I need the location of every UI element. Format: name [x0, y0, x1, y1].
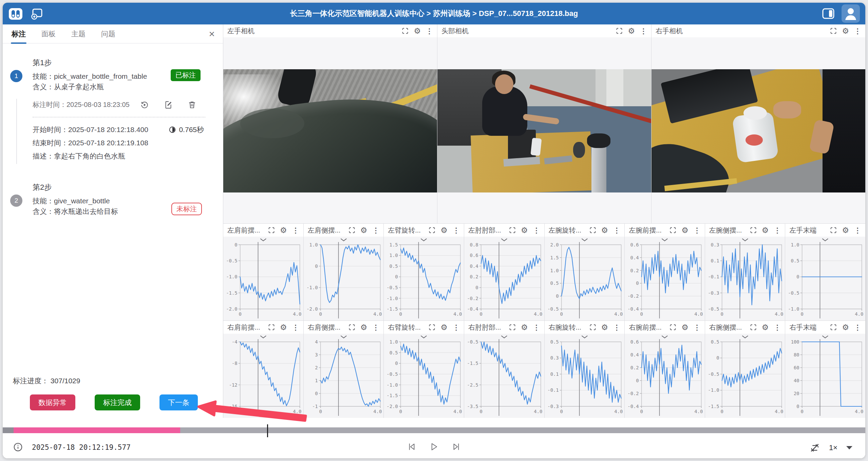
timeline-playhead[interactable]	[267, 424, 268, 437]
settings-icon[interactable]: ⚙	[414, 27, 421, 35]
settings-icon[interactable]: ⚙	[681, 324, 688, 331]
settings-icon[interactable]: ⚙	[280, 226, 287, 234]
settings-icon[interactable]: ⚙	[280, 324, 287, 331]
app-logo-icon[interactable]	[8, 7, 23, 20]
fullscreen-icon[interactable]	[402, 27, 409, 34]
panel-menu-icon[interactable]: ⋮	[854, 324, 861, 331]
chart-plot[interactable]: 2.01.51.00.50-0.504.0	[545, 237, 625, 320]
chart-plot[interactable]: 0.50.30.1-0.1-0.304.0	[545, 334, 625, 418]
tab-annotation[interactable]: 标注	[12, 29, 26, 39]
info-icon[interactable]	[13, 442, 23, 452]
chart-plot[interactable]: 43210-104.0	[304, 334, 384, 418]
fullscreen-icon[interactable]	[669, 227, 676, 234]
fullscreen-icon[interactable]	[509, 227, 516, 234]
chart-plot[interactable]: -4-8-12-1604.0	[223, 334, 303, 418]
fullscreen-icon[interactable]	[750, 324, 757, 331]
tab-issues[interactable]: 问题	[101, 29, 115, 39]
fullscreen-icon[interactable]	[429, 227, 435, 234]
panel-menu-icon[interactable]: ⋮	[774, 227, 781, 234]
settings-icon[interactable]: ⚙	[440, 324, 448, 331]
chart-plot[interactable]: 0-0.5-1.0-1.5-2.004.0	[223, 237, 303, 320]
settings-icon[interactable]: ⚙	[842, 226, 849, 234]
fullscreen-icon[interactable]	[268, 227, 275, 234]
chart-plot[interactable]: 0.60.40.20-0.2-0.404.0	[625, 334, 705, 418]
annotation-complete-button[interactable]: 标注完成	[95, 394, 140, 410]
panel-menu-icon[interactable]: ⋮	[613, 227, 620, 234]
settings-icon[interactable]: ⚙	[842, 27, 849, 35]
panel-menu-icon[interactable]: ⋮	[292, 324, 299, 331]
settings-icon[interactable]: ⚙	[762, 324, 769, 331]
step-card-1[interactable]: 1 第1步 技能：pick_water_bottle_from_table 含义…	[3, 54, 223, 169]
panel-menu-icon[interactable]: ⋮	[426, 27, 433, 35]
fullscreen-icon[interactable]	[830, 227, 837, 234]
add-panel-icon[interactable]	[30, 6, 44, 21]
settings-icon[interactable]: ⚙	[842, 324, 849, 331]
user-avatar[interactable]	[842, 4, 860, 23]
fullscreen-icon[interactable]	[268, 324, 275, 331]
right-sidebar-toggle-icon[interactable]	[821, 7, 835, 20]
playback-speed[interactable]: 1×	[829, 443, 837, 452]
panel-menu-icon[interactable]: ⋮	[453, 324, 460, 331]
replay-icon[interactable]	[140, 100, 149, 109]
panel-menu-icon[interactable]: ⋮	[640, 27, 647, 35]
fullscreen-icon[interactable]	[616, 27, 623, 34]
fullscreen-icon[interactable]	[589, 324, 596, 331]
chart-plot[interactable]: 0.30.1-0.1-0.3-0.504.0	[705, 237, 785, 320]
fullscreen-icon[interactable]	[830, 324, 837, 331]
fullscreen-icon[interactable]	[830, 27, 837, 34]
play-icon[interactable]	[429, 442, 439, 452]
settings-icon[interactable]: ⚙	[521, 226, 528, 234]
loop-off-icon[interactable]	[809, 442, 820, 453]
chart-plot[interactable]: 10080604020004.0	[785, 334, 865, 418]
delete-icon[interactable]	[188, 100, 196, 109]
edit-icon[interactable]	[164, 100, 173, 109]
chart-plot[interactable]: 1.00.50-0.5-1.0-1.5-2.004.0	[384, 334, 464, 418]
settings-icon[interactable]: ⚙	[628, 27, 635, 35]
panel-menu-icon[interactable]: ⋮	[613, 324, 620, 331]
chart-plot[interactable]: 0.80.60.40.20-0.2-0.404.0	[464, 237, 544, 320]
fullscreen-icon[interactable]	[589, 227, 596, 234]
fullscreen-icon[interactable]	[750, 227, 757, 234]
chart-body: -4-8-12-1604.0	[223, 334, 303, 418]
settings-icon[interactable]: ⚙	[440, 226, 448, 234]
panel-menu-icon[interactable]: ⋮	[372, 324, 379, 331]
timeline-scrubber[interactable]	[3, 427, 865, 433]
chart-plot[interactable]: -0.5-1.5-2.5-3.504.0	[464, 334, 544, 418]
settings-icon[interactable]: ⚙	[601, 324, 608, 331]
fullscreen-icon[interactable]	[669, 324, 676, 331]
fullscreen-icon[interactable]	[509, 324, 516, 331]
fullscreen-icon[interactable]	[348, 227, 355, 234]
settings-icon[interactable]: ⚙	[360, 226, 367, 234]
close-icon[interactable]: ×	[209, 29, 215, 39]
panel-menu-icon[interactable]: ⋮	[774, 324, 781, 331]
next-item-button[interactable]: 下一条	[159, 394, 198, 410]
panel-menu-icon[interactable]: ⋮	[854, 227, 861, 234]
settings-icon[interactable]: ⚙	[360, 324, 367, 331]
fullscreen-icon[interactable]	[348, 324, 355, 331]
settings-icon[interactable]: ⚙	[762, 226, 769, 234]
chart-plot[interactable]: 0.60.40.20-0.2-0.404.0	[625, 237, 705, 320]
panel-menu-icon[interactable]: ⋮	[453, 227, 460, 234]
seek-start-icon[interactable]	[407, 442, 417, 452]
panel-menu-icon[interactable]: ⋮	[694, 324, 701, 331]
data-abnormal-button[interactable]: 数据异常	[30, 394, 75, 410]
panel-menu-icon[interactable]: ⋮	[854, 27, 861, 35]
tab-topics[interactable]: 主题	[71, 29, 86, 39]
panel-menu-icon[interactable]: ⋮	[533, 227, 540, 234]
chevron-down-icon[interactable]	[846, 446, 852, 449]
panel-menu-icon[interactable]: ⋮	[372, 227, 379, 234]
step-card-2[interactable]: 2 第2步 技能：give_water_bottle 含义：将水瓶递出去给目标 …	[3, 178, 223, 221]
chart-plot[interactable]: 1.00.50-0.5-1.004.0	[785, 237, 865, 320]
chart-plot[interactable]: 0.50-0.5-1.0-1.504.0	[705, 334, 785, 418]
chart-plot[interactable]: 1.51.00.50-0.5-1.0-1.504.0	[384, 237, 464, 320]
settings-icon[interactable]: ⚙	[681, 226, 688, 234]
tab-panels[interactable]: 面板	[41, 29, 56, 39]
chart-plot[interactable]: 1.00-1.0-2.004.0	[304, 237, 384, 320]
settings-icon[interactable]: ⚙	[521, 324, 528, 331]
panel-menu-icon[interactable]: ⋮	[292, 227, 299, 234]
settings-icon[interactable]: ⚙	[601, 226, 608, 234]
fullscreen-icon[interactable]	[429, 324, 435, 331]
panel-menu-icon[interactable]: ⋮	[533, 324, 540, 331]
panel-menu-icon[interactable]: ⋮	[694, 227, 701, 234]
seek-end-icon[interactable]	[451, 442, 461, 452]
